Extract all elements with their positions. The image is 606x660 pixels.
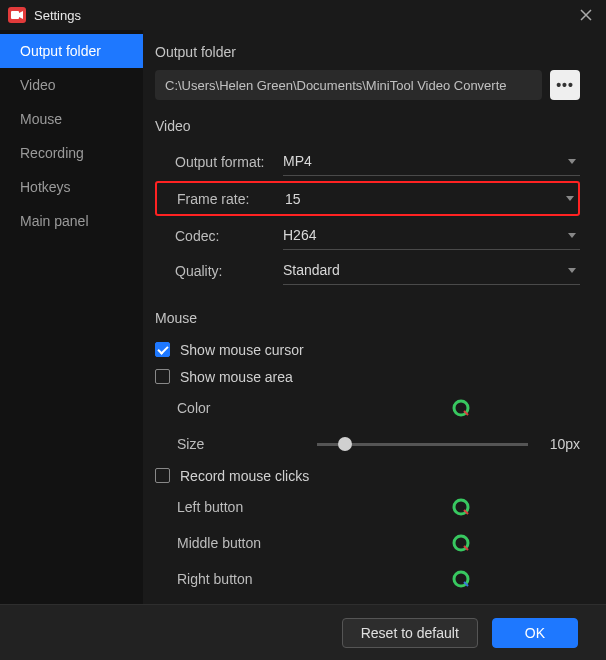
sidebar-item-video[interactable]: Video bbox=[0, 68, 143, 102]
body: Output folder Video Mouse Recording Hotk… bbox=[0, 30, 606, 604]
color-right-button[interactable] bbox=[452, 570, 470, 588]
color-swatch[interactable] bbox=[452, 399, 470, 417]
label-output-format: Output format: bbox=[155, 154, 283, 170]
row-frame-rate: Frame rate: 15 bbox=[155, 181, 580, 216]
sidebar-item-mouse[interactable]: Mouse bbox=[0, 102, 143, 136]
select-quality[interactable]: Standard bbox=[283, 257, 580, 285]
content: Output folder C:\Users\Helen Green\Docum… bbox=[143, 30, 606, 604]
size-value: 10px bbox=[540, 436, 580, 452]
chevron-down-icon bbox=[566, 196, 574, 201]
label-quality: Quality: bbox=[155, 263, 283, 279]
color-middle-button[interactable] bbox=[452, 534, 470, 552]
ellipsis-icon: ••• bbox=[556, 77, 574, 93]
label-left-button: Left button bbox=[177, 499, 317, 515]
checkbox-show-cursor[interactable] bbox=[155, 342, 170, 357]
slider-thumb[interactable] bbox=[338, 437, 352, 451]
sidebar-item-recording[interactable]: Recording bbox=[0, 136, 143, 170]
section-output-folder: Output folder bbox=[155, 44, 580, 60]
label-right-button: Right button bbox=[177, 571, 317, 587]
color-left-button[interactable] bbox=[452, 498, 470, 516]
settings-window: Settings Output folder Video Mouse Recor… bbox=[0, 0, 606, 660]
svg-rect-0 bbox=[11, 11, 19, 19]
sidebar-item-hotkeys[interactable]: Hotkeys bbox=[0, 170, 143, 204]
label-record-clicks: Record mouse clicks bbox=[180, 468, 309, 484]
color-ring-icon bbox=[452, 399, 470, 417]
section-mouse: Mouse bbox=[155, 310, 580, 326]
section-video: Video bbox=[155, 118, 580, 134]
close-button[interactable] bbox=[574, 3, 598, 27]
browse-button[interactable]: ••• bbox=[550, 70, 580, 100]
window-title: Settings bbox=[34, 8, 574, 23]
sidebar: Output folder Video Mouse Recording Hotk… bbox=[0, 30, 143, 604]
chevron-down-icon bbox=[568, 268, 576, 273]
close-icon bbox=[580, 9, 592, 21]
label-show-area: Show mouse area bbox=[180, 369, 293, 385]
select-codec[interactable]: H264 bbox=[283, 222, 580, 250]
label-frame-rate: Frame rate: bbox=[157, 191, 285, 207]
chevron-down-icon bbox=[568, 233, 576, 238]
color-ring-icon bbox=[452, 534, 470, 552]
chevron-down-icon bbox=[568, 159, 576, 164]
reset-button[interactable]: Reset to default bbox=[342, 618, 478, 648]
titlebar: Settings bbox=[0, 0, 606, 30]
checkbox-record-clicks[interactable] bbox=[155, 468, 170, 483]
select-frame-rate[interactable]: 15 bbox=[285, 185, 578, 213]
label-show-cursor: Show mouse cursor bbox=[180, 342, 304, 358]
row-codec: Codec: H264 bbox=[155, 218, 580, 253]
color-ring-icon bbox=[452, 498, 470, 516]
select-output-format[interactable]: MP4 bbox=[283, 148, 580, 176]
app-icon bbox=[8, 7, 26, 23]
row-output-format: Output format: MP4 bbox=[155, 144, 580, 179]
label-codec: Codec: bbox=[155, 228, 283, 244]
color-ring-icon bbox=[452, 570, 470, 588]
label-color: Color bbox=[177, 400, 317, 416]
sidebar-item-output-folder[interactable]: Output folder bbox=[0, 34, 143, 68]
footer: Reset to default OK bbox=[0, 604, 606, 660]
checkbox-show-area[interactable] bbox=[155, 369, 170, 384]
label-middle-button: Middle button bbox=[177, 535, 317, 551]
ok-button[interactable]: OK bbox=[492, 618, 578, 648]
label-size: Size bbox=[177, 436, 317, 452]
size-slider[interactable] bbox=[317, 443, 528, 446]
sidebar-item-main-panel[interactable]: Main panel bbox=[0, 204, 143, 238]
output-path-input[interactable]: C:\Users\Helen Green\Documents\MiniTool … bbox=[155, 70, 542, 100]
row-quality: Quality: Standard bbox=[155, 253, 580, 288]
